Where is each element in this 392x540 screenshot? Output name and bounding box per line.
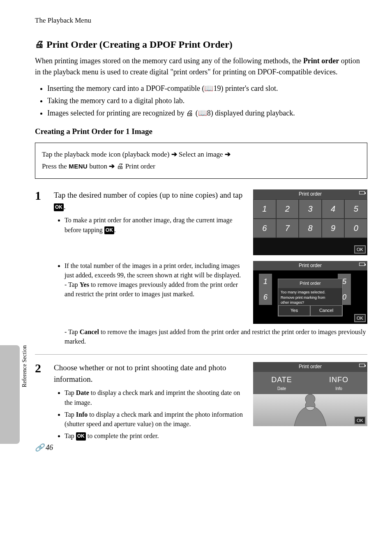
step2-b2: Tap Info to display a check mark and imp… (65, 410, 246, 429)
intro-paragraph: When printing images stored on the memor… (35, 55, 367, 77)
step1-sub1-text: To make a print order for another image,… (65, 217, 232, 233)
battery-icon (359, 263, 365, 266)
info-small: Info (310, 386, 367, 392)
nav-text-4: button (90, 162, 109, 170)
date-big: DATE (253, 374, 310, 385)
step1-yes: Tap Yes to remove images previously adde… (65, 280, 246, 299)
screen1-title: Print order (299, 191, 322, 197)
t: Tap (68, 328, 80, 335)
camera-screen-date-info: Print order DATE Date INFO Info OK (253, 362, 367, 426)
key-9[interactable]: 9 (322, 219, 345, 238)
step1-cancel: Tap Cancel to remove the images just add… (65, 327, 367, 346)
camera-screen-dialog: Print order 1 5 6 0 Print order Too many… (253, 261, 367, 324)
intro-text-1: When printing images stored on the memor… (35, 57, 303, 65)
yes-bold: Yes (80, 281, 89, 288)
ok-icon: OK (76, 432, 86, 440)
info-big: INFO (310, 374, 367, 385)
step-2: 2 Choose whether or not to print shootin… (35, 362, 367, 449)
ok-button[interactable]: OK (354, 245, 366, 254)
step1-head-b: . (64, 202, 66, 211)
nav-text-5: 🖨 Print order (117, 162, 155, 170)
key-8[interactable]: 8 (299, 219, 322, 238)
ok-button[interactable]: OK (354, 314, 366, 322)
screen3-title: Print order (299, 364, 322, 369)
step1-head-a: Tap the desired number of copies (up to … (54, 191, 242, 199)
ok-button[interactable]: OK (354, 416, 366, 425)
nav-text-3: Press the (42, 162, 69, 170)
t: to remove images previously added from t… (65, 281, 238, 298)
step-1-body: Tap the desired number of copies (up to … (54, 189, 367, 348)
key-2[interactable]: 2 (276, 199, 299, 219)
key-6[interactable]: 6 (253, 219, 276, 238)
nav-text-1: Tap the playback mode icon (playback mod… (42, 150, 171, 158)
t: Tap (68, 281, 80, 288)
side-tab (0, 345, 20, 444)
date-bold: Date (76, 389, 89, 396)
msg3: other images? (281, 300, 340, 305)
t: to complete the print order. (86, 432, 159, 439)
navigation-box: Tap the playback mode icon (playback mod… (35, 143, 367, 179)
step1-sub1: To make a print order for another image,… (65, 215, 246, 234)
cancel-button[interactable]: Cancel (310, 305, 342, 316)
bg-key: 6 (259, 289, 272, 305)
arrow-icon: ➔ (109, 162, 115, 170)
link-icon: 🔗 (35, 442, 44, 453)
step-1-head: Tap the desired number of copies (up to … (54, 189, 246, 212)
ok-icon: OK (104, 226, 114, 234)
key-4[interactable]: 4 (322, 199, 345, 219)
date-tab[interactable]: DATE Date (253, 372, 310, 395)
msg2: Remove print marking from (281, 295, 340, 300)
side-label: Reference Section (21, 345, 29, 387)
date-small: Date (253, 386, 310, 392)
t: to remove the images just added from the… (65, 328, 366, 345)
intro-bold: Print order (303, 57, 339, 65)
key-5[interactable]: 5 (344, 199, 367, 219)
key-0[interactable]: 0 (344, 219, 367, 238)
cancel-bold: Cancel (80, 328, 99, 335)
key-7[interactable]: 7 (276, 219, 299, 238)
step2-b1: Tap Date to display a check mark and imp… (65, 388, 246, 407)
step2-b3: Tap OK to complete the print order. (65, 431, 246, 441)
key-1[interactable]: 1 (253, 199, 276, 219)
separator (35, 354, 367, 355)
screen2-title: Print order (299, 263, 322, 268)
preview-image: OK (253, 394, 367, 426)
step-2-body: Choose whether or not to print shooting … (54, 362, 367, 449)
step-number-2: 2 (35, 362, 46, 449)
battery-icon (359, 364, 365, 367)
t: to display a check mark and imprint the … (65, 389, 240, 406)
t: Tap (65, 432, 76, 439)
dialog-text: Too many images selected. Remove print m… (278, 288, 342, 307)
arrow-icon: ➔ (171, 150, 177, 158)
page-number: 🔗46 (35, 442, 53, 453)
bullet-2: Taking the memory card to a digital phot… (47, 95, 367, 106)
bg-key: 1 (259, 274, 272, 289)
title-text: Print Order (Creating a DPOF Print Order… (46, 37, 233, 52)
yes-button[interactable]: Yes (278, 305, 310, 316)
msg1: Too many images selected. (281, 290, 340, 295)
menu-label: MENU (69, 163, 88, 170)
subheading: Creating a Print Order for 1 Image (35, 126, 367, 137)
intro-bullets: Inserting the memory card into a DPOF-co… (35, 83, 367, 118)
t: to display a check mark and imprint the … (65, 411, 243, 427)
arrow-icon: ➔ (225, 150, 231, 158)
step-number-1: 1 (35, 189, 46, 348)
step1-sub2-text: If the total number of the images in a p… (65, 262, 241, 279)
page-title: 🖨 Print Order (Creating a DPOF Print Ord… (35, 37, 367, 52)
info-tab[interactable]: INFO Info (310, 372, 367, 395)
t: Tap (65, 389, 76, 396)
dialog-title: Print order (278, 279, 342, 288)
key-3[interactable]: 3 (299, 199, 322, 219)
nav-text-2: Select an image (179, 150, 225, 158)
step-1: 1 Tap the desired number of copies (up t… (35, 189, 367, 348)
keypad: 1 2 3 4 5 6 7 8 9 0 (253, 199, 367, 238)
page-num-text: 46 (46, 442, 53, 453)
step-2-head: Choose whether or not to print shooting … (54, 362, 246, 385)
camera-screen-keypad: Print order 1 2 3 4 5 6 7 8 9 0 OK (253, 189, 367, 255)
step1-sub2: If the total number of the images in a p… (65, 261, 246, 299)
section-header: The Playback Menu (35, 16, 367, 26)
print-icon: 🖨 (35, 38, 44, 51)
bullet-3: Images selected for printing are recogni… (47, 108, 367, 118)
dialog: Print order Too many images selected. Re… (278, 279, 343, 316)
ok-icon: OK (54, 203, 64, 211)
